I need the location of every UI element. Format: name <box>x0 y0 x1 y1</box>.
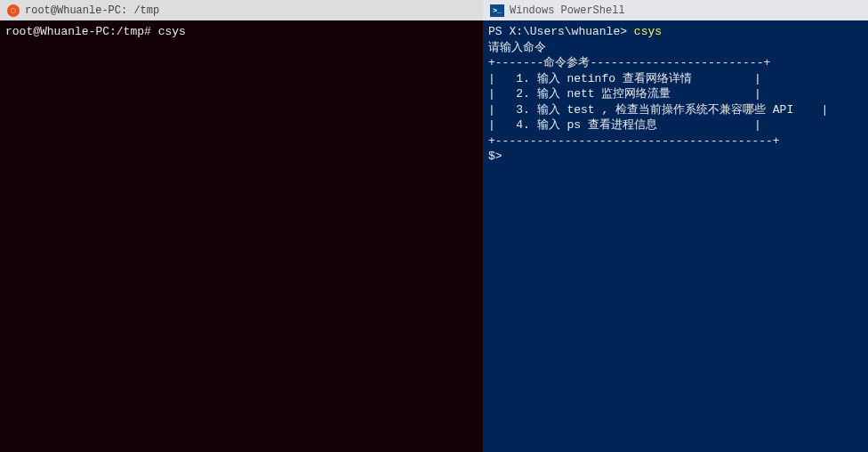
ps-box-bottom: +---------------------------------------… <box>488 133 863 149</box>
ps-box-top: +-------命令参考-------------------------+ <box>488 55 863 71</box>
powershell-terminal-body[interactable]: PS X:\Users\whuanle> csys 请输入命令 +-------… <box>483 20 868 452</box>
powershell-icon: >_ <box>490 4 504 17</box>
ps-command: csys <box>634 25 662 38</box>
powershell-title: Windows PowerShell <box>510 4 625 17</box>
ps-header-line: 请输入命令 <box>488 40 863 56</box>
ps-menu-item-1: | 1. 输入 netinfo 查看网络详情 | <box>488 71 863 87</box>
ps-prompt: PS X:\Users\whuanle> <box>488 25 634 38</box>
ps-menu-item-2: | 2. 输入 nett 监控网络流量 | <box>488 86 863 102</box>
ps-sub-prompt: $> <box>488 149 863 165</box>
linux-prompt: root@Whuanle-PC:/tmp# <box>5 25 158 38</box>
ps-menu-item-3: | 3. 输入 test , 检查当前操作系统不兼容哪些 API | <box>488 102 863 118</box>
linux-command: csys <box>158 25 186 38</box>
linux-titlebar[interactable]: ◌ root@Whuanle-PC: /tmp <box>0 0 483 20</box>
ps-prompt-line: PS X:\Users\whuanle> csys <box>488 24 863 40</box>
linux-prompt-line: root@Whuanle-PC:/tmp# csys <box>5 24 478 40</box>
linux-terminal-pane: ◌ root@Whuanle-PC: /tmp root@Whuanle-PC:… <box>0 0 483 452</box>
ubuntu-icon: ◌ <box>7 4 20 17</box>
linux-title: root@Whuanle-PC: /tmp <box>25 4 159 17</box>
powershell-pane: >_ Windows PowerShell PS X:\Users\whuanl… <box>483 0 868 452</box>
linux-terminal-body[interactable]: root@Whuanle-PC:/tmp# csys <box>0 20 483 452</box>
ps-menu-item-4: | 4. 输入 ps 查看进程信息 | <box>488 117 863 133</box>
powershell-titlebar[interactable]: >_ Windows PowerShell <box>483 0 868 20</box>
